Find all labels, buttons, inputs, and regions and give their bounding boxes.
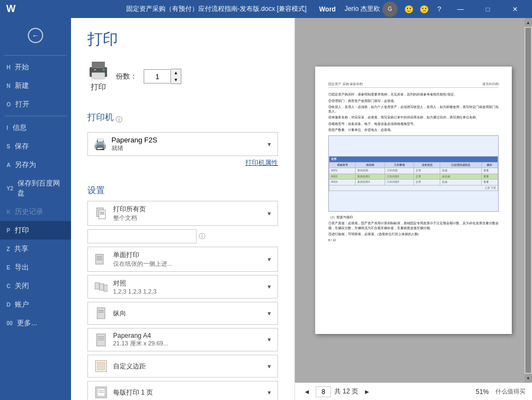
sidebar-label: 共享 [14,244,28,254]
page-range-input[interactable] [87,229,197,243]
pages-per-sheet-dropdown-arrow: ▼ [267,390,272,396]
sidebar-item-账户[interactable]: D 账户 [0,295,71,314]
sidebar-divider-2 [4,116,67,116]
copies-spinner: ▲ ▼ [171,69,181,84]
sidebar-item-另存为[interactable]: A 另存为 [0,156,71,174]
sidebar-key: O [7,102,11,108]
scroll-thumb[interactable] [525,28,531,373]
setting-row-margins[interactable]: 自定义边距 ▼ [87,355,278,378]
sidebar-label: 导出 [15,262,29,272]
sidebar-item-打印[interactable]: P 打印 [0,221,71,240]
setting-row-collate[interactable]: 对照 1,2,3 1,2,3 1,2,3 ▼ [87,275,278,298]
scroll-down-button[interactable]: ▼ [524,374,532,383]
titlebar-left: W [4,3,114,16]
setting-row-paper-size[interactable]: Paperang A4 21.13 厘米 x 29.69... ▼ [87,328,278,351]
setting-text-orientation: 纵向 [113,309,126,318]
doc-text-line: ①固定资产购买时，请参照制度要求地例，无见具体，其列的的请参考者相关报告/假定。 [328,92,499,97]
sidebar-item-信息[interactable]: I 信息 [0,118,71,137]
svg-rect-13 [95,283,99,289]
sidebar-key: Z [7,246,10,252]
setting-row-pages[interactable]: 打印所有页 整个文档 ▼ [87,201,278,226]
sidebar-item-历史记录: K 历史记录 [0,202,71,221]
restore-button[interactable]: □ [475,0,500,18]
next-page-button[interactable]: ► [362,386,373,397]
help-icon[interactable]: ? [433,3,446,16]
duplex-icon [93,252,109,267]
sidebar-item-关闭[interactable]: C 关闭 [0,277,71,295]
setting-text-pages-per-sheet: 每版打印 1 页 [113,388,153,397]
svg-rect-9 [96,254,103,264]
copies-input-group: ▲ ▼ [144,69,181,84]
prev-page-button[interactable]: ◄ [302,386,312,397]
pages-per-sheet-icon [93,385,109,400]
setting-sub-collate: 1,2,3 1,2,3 1,2,3 [113,288,157,295]
sidebar-label: 新建 [15,81,29,91]
copies-input[interactable] [144,69,171,83]
sidebar-key: I [7,125,8,131]
sad-icon[interactable]: 🙁 [417,3,430,16]
sidebar-label: 保存 [15,141,29,151]
svg-rect-24 [97,362,105,370]
printer-info-icon: ⓘ [116,115,122,124]
printer-section: 打印机 ⓘ 🖨️ Paperang F2S 就绪 ▼ 打印机属性 [71,106,294,180]
sidebar-key: A [7,162,10,168]
printer-properties-link[interactable]: 打印机属性 [87,158,278,168]
doc-text-line: （2）报值与接归 [328,215,499,219]
titlebar-controls: 🙂 🙁 ? — □ ✕ [402,0,528,18]
sidebar-key: N [7,83,10,89]
page-range-info-icon: ⓘ [199,232,205,241]
copies-down-button[interactable]: ▼ [171,76,181,83]
sidebar-label: 历史记录 [15,207,43,217]
setting-row-orientation[interactable]: 纵向 ▼ [87,302,278,325]
scroll-up-button[interactable]: ▲ [524,18,532,27]
settings-section-title: 设置 [87,185,278,196]
sidebar-item-保存到百度网盘[interactable]: Y2 保存到百度网盘 [0,174,71,202]
page-input[interactable] [316,386,331,397]
sidebar-label: 更多... [17,318,37,328]
sidebar-item-保存[interactable]: S 保存 [0,137,71,156]
sidebar-item-更多...[interactable]: 00 更多... [0,314,71,332]
setting-row-duplex[interactable]: 单面打印 仅在纸张的一侧上进... ▼ [87,247,278,272]
duplex-dropdown-arrow: ▼ [267,256,272,262]
preview-bottom-bar: ◄ 共 12 页 ► 51% 什么值得买 [295,383,532,400]
setting-row-inner: 单面打印 仅在纸张的一侧上进... [93,250,172,268]
printer-info: Paperang F2S 就绪 [111,136,157,152]
print-panel: 打印 打印 份数： [71,18,295,400]
sidebar-key: S [7,144,10,150]
setting-text-collate: 对照 1,2,3 1,2,3 1,2,3 [113,279,157,295]
zoom-level: 51% [476,388,489,396]
user-name: Jerio 杰里欧 [345,4,380,14]
print-button[interactable]: 打印 [87,61,109,92]
setting-main-paper-size: Paperang A4 [113,332,168,339]
minimize-button[interactable]: — [448,0,473,18]
orientation-dropdown-arrow: ▼ [267,311,272,317]
setting-text-margins: 自定义边距 [113,362,146,371]
sidebar-item-共享[interactable]: Z 共享 [0,240,71,258]
setting-sub-pages: 整个文档 [113,214,146,222]
page-navigation: ◄ 共 12 页 ► [302,386,373,397]
svg-rect-3 [94,69,96,70]
emoji-icon[interactable]: 🙂 [402,3,415,16]
back-button[interactable]: ← [25,25,46,46]
paper-size-icon [93,332,109,348]
svg-point-4 [103,69,105,71]
preview-scrollbar[interactable]: ▲ ▼ [524,18,532,383]
print-top-section: 打印 份数： ▲ ▼ [71,55,294,106]
printer-dropdown-arrow: ▼ [267,141,272,147]
titlebar-app-name: Word [319,5,335,13]
copies-row: 打印 份数： ▲ ▼ [87,61,278,92]
sidebar-item-新建[interactable]: N 新建 [0,76,71,95]
sidebar-item-导出[interactable]: E 导出 [0,258,71,277]
close-button[interactable]: ✕ [503,0,528,18]
setting-row-pages-per-sheet[interactable]: 每版打印 1 页 ▼ [87,381,278,400]
setting-row-inner: 每版打印 1 页 [93,385,153,400]
printer-select[interactable]: 🖨️ Paperang F2S 就绪 ▼ [87,132,278,156]
avatar[interactable]: G [382,2,398,17]
doc-text-line: ③进行验核，可明填项，必填项。(选项依位打折上体操的人数) [328,232,499,236]
setting-text-duplex: 单面打印 仅在纸张的一侧上进... [113,250,172,268]
sidebar-label: 账户 [15,300,29,309]
setting-row-inner: 打印所有页 整个文档 [93,205,146,222]
sidebar-item-开始[interactable]: H 开始 [0,58,71,76]
sidebar-item-打开[interactable]: O 打开 [0,95,71,114]
copies-up-button[interactable]: ▲ [171,69,181,76]
